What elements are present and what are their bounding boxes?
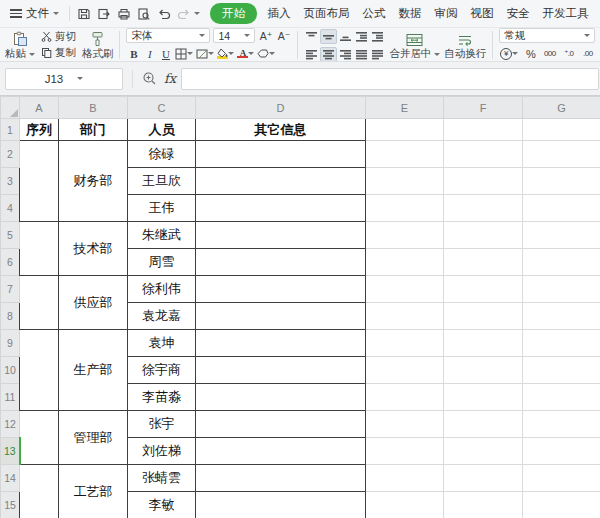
empty-cell[interactable] xyxy=(366,411,444,438)
empty-cell[interactable] xyxy=(444,222,523,249)
empty-cell[interactable] xyxy=(444,303,523,330)
header-cell-seq[interactable]: 序列 xyxy=(20,119,59,141)
row-header-2[interactable]: 2 xyxy=(1,141,20,168)
tab-公式[interactable]: 公式 xyxy=(356,3,392,24)
format-painter-button[interactable]: 格式刷 xyxy=(80,29,116,60)
row-header-9[interactable]: 9 xyxy=(1,330,20,357)
info-cell[interactable] xyxy=(196,411,366,438)
increase-indent-button[interactable] xyxy=(370,29,385,44)
tab-特色功能[interactable]: 特色功能 xyxy=(595,3,600,24)
info-cell[interactable] xyxy=(196,195,366,222)
info-cell[interactable] xyxy=(196,492,366,518)
empty-cell[interactable] xyxy=(444,249,523,276)
row-header-5[interactable]: 5 xyxy=(1,222,20,249)
merge-center-button[interactable]: 合并居中 xyxy=(387,29,442,60)
col-header-E[interactable]: E xyxy=(366,97,444,119)
undo-button[interactable] xyxy=(154,4,174,24)
row-header-7[interactable]: 7 xyxy=(1,276,20,303)
empty-cell[interactable] xyxy=(366,195,444,222)
sequence-cell[interactable] xyxy=(20,330,59,411)
empty-cell[interactable] xyxy=(523,465,600,492)
redo-button[interactable] xyxy=(174,4,194,24)
tab-审阅[interactable]: 审阅 xyxy=(428,3,464,24)
currency-button[interactable]: ¥ xyxy=(499,46,519,61)
sequence-cell[interactable] xyxy=(20,411,59,465)
empty-cell[interactable] xyxy=(444,330,523,357)
sequence-cell[interactable] xyxy=(20,276,59,330)
info-cell[interactable] xyxy=(196,168,366,195)
member-cell[interactable]: 徐碌 xyxy=(128,141,196,168)
member-cell[interactable]: 张蜻雲 xyxy=(128,465,196,492)
align-bottom-button[interactable] xyxy=(338,29,353,44)
copy-button[interactable]: 复制 xyxy=(39,46,78,60)
row-header-14[interactable]: 14 xyxy=(1,465,20,492)
empty-cell[interactable] xyxy=(366,276,444,303)
member-cell[interactable]: 袁龙嘉 xyxy=(128,303,196,330)
align-left-button[interactable] xyxy=(304,47,319,62)
shrink-font-button[interactable]: A⁻ xyxy=(276,28,291,43)
paste-button[interactable]: 粘贴 xyxy=(3,29,37,60)
wrap-text-button[interactable]: 自动换行 xyxy=(442,29,488,60)
member-cell[interactable]: 徐利伟 xyxy=(128,276,196,303)
increase-decimal-button[interactable]: ⁺.0 xyxy=(561,46,576,61)
empty-cell[interactable] xyxy=(523,195,600,222)
fill-color-button[interactable] xyxy=(216,46,235,61)
info-cell[interactable] xyxy=(196,438,366,465)
row-header-1[interactable]: 1 xyxy=(1,119,20,141)
tab-页面布局[interactable]: 页面布局 xyxy=(297,3,356,24)
print-preview-button[interactable] xyxy=(134,4,154,24)
empty-cell[interactable] xyxy=(523,119,600,141)
empty-cell[interactable] xyxy=(523,492,600,518)
row-header-15[interactable]: 15 xyxy=(1,492,20,518)
department-cell[interactable]: 工艺部 xyxy=(59,465,128,518)
col-header-D[interactable]: D xyxy=(196,97,366,119)
info-cell[interactable] xyxy=(196,465,366,492)
borders-button[interactable] xyxy=(174,46,194,61)
info-cell[interactable] xyxy=(196,222,366,249)
empty-cell[interactable] xyxy=(444,168,523,195)
align-right-button[interactable] xyxy=(338,47,353,62)
member-cell[interactable]: 刘佐梯 xyxy=(128,438,196,465)
header-cell-dept[interactable]: 部门 xyxy=(59,119,128,141)
align-top-button[interactable] xyxy=(304,29,319,44)
header-cell-other[interactable]: 其它信息 xyxy=(196,119,366,141)
empty-cell[interactable] xyxy=(523,330,600,357)
quick-access-chevron-icon[interactable] xyxy=(194,12,200,15)
distributed-button[interactable] xyxy=(370,47,385,62)
info-cell[interactable] xyxy=(196,249,366,276)
member-cell[interactable]: 张宇 xyxy=(128,411,196,438)
empty-cell[interactable] xyxy=(523,438,600,465)
department-cell[interactable]: 技术部 xyxy=(59,222,128,276)
empty-cell[interactable] xyxy=(523,141,600,168)
empty-cell[interactable] xyxy=(444,492,523,518)
tab-视图[interactable]: 视图 xyxy=(464,3,500,24)
percent-button[interactable]: % xyxy=(523,46,538,61)
font-color-button[interactable]: A xyxy=(236,46,255,61)
department-cell[interactable]: 生产部 xyxy=(59,330,128,411)
select-all-corner[interactable] xyxy=(1,97,20,119)
row-header-4[interactable]: 4 xyxy=(1,195,20,222)
tab-开发工具[interactable]: 开发工具 xyxy=(536,3,595,24)
underline-button[interactable]: U xyxy=(158,46,173,61)
empty-cell[interactable] xyxy=(444,465,523,492)
col-header-A[interactable]: A xyxy=(20,97,59,119)
empty-cell[interactable] xyxy=(444,119,523,141)
align-middle-button[interactable] xyxy=(320,29,337,44)
empty-cell[interactable] xyxy=(444,276,523,303)
empty-cell[interactable] xyxy=(523,222,600,249)
font-name-select[interactable]: 宋体 xyxy=(126,28,210,43)
col-header-B[interactable]: B xyxy=(59,97,128,119)
empty-cell[interactable] xyxy=(366,249,444,276)
grow-font-button[interactable]: A⁺ xyxy=(258,28,273,43)
info-cell[interactable] xyxy=(196,276,366,303)
empty-cell[interactable] xyxy=(523,411,600,438)
cut-button[interactable]: 剪切 xyxy=(39,30,78,44)
empty-cell[interactable] xyxy=(523,168,600,195)
empty-cell[interactable] xyxy=(366,357,444,384)
row-header-13[interactable]: 13 xyxy=(1,438,20,465)
tab-数据[interactable]: 数据 xyxy=(392,3,428,24)
decrease-decimal-button[interactable]: .00 xyxy=(580,46,595,61)
empty-cell[interactable] xyxy=(444,438,523,465)
sequence-cell[interactable] xyxy=(20,141,59,222)
file-menu-button[interactable]: 文件 xyxy=(4,6,65,21)
